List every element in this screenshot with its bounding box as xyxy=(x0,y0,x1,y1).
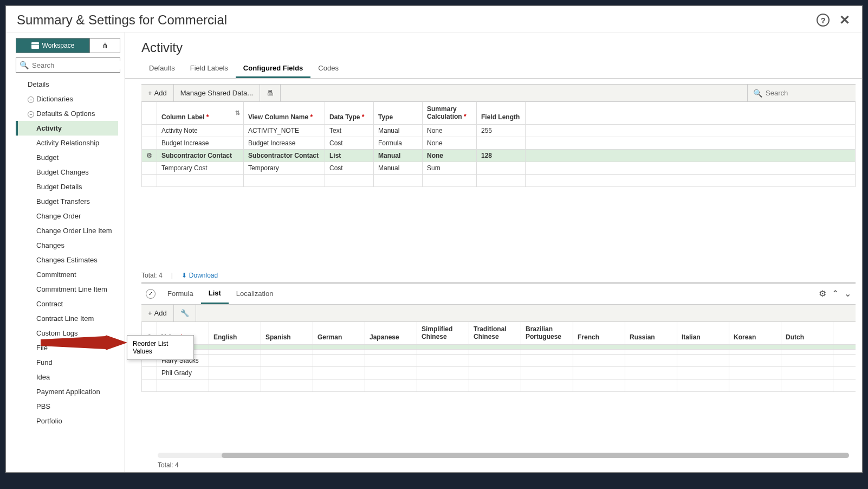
col-type[interactable]: Type xyxy=(374,102,423,124)
configure-button[interactable]: 🔧 xyxy=(174,305,196,321)
col-dutch[interactable]: Dutch xyxy=(781,322,833,344)
sidebar-item[interactable]: −Dictionaries xyxy=(16,92,118,106)
tab-configured_fields[interactable]: Configured Fields xyxy=(236,60,311,78)
horizontal-scrollbar[interactable] xyxy=(158,453,849,458)
upper-toolbar: + Add Manage Shared Data... 🖶 🔍 xyxy=(141,84,856,102)
sidebar-item[interactable]: Commitment Line Item xyxy=(16,282,118,297)
workspace-icon xyxy=(31,42,39,49)
sidebar-item[interactable]: PBS xyxy=(16,399,118,414)
col-korean[interactable]: Korean xyxy=(729,322,781,344)
sidebar-item[interactable]: Change Order Line Item xyxy=(16,223,118,238)
expand-icon[interactable]: − xyxy=(28,111,34,118)
col-german[interactable]: German xyxy=(313,322,365,344)
sidebar-item[interactable]: Payment Application xyxy=(16,384,118,399)
sidebar-item[interactable]: Activity Relationship xyxy=(16,136,118,150)
sidebar-item[interactable]: Budget Changes xyxy=(16,165,118,179)
tab-codes[interactable]: Codes xyxy=(310,60,346,78)
list-row[interactable]: Harry Stacks xyxy=(142,354,856,366)
tab-formula[interactable]: Formula xyxy=(160,284,201,303)
sidebar-item[interactable]: −Defaults & Options xyxy=(16,106,118,121)
sidebar-item[interactable]: Changes Estimates xyxy=(16,253,118,267)
sidebar-item[interactable]: Idea xyxy=(16,370,118,384)
col-simp-chinese[interactable]: Simplified Chinese xyxy=(417,322,469,344)
lower-panel: ✓ Formula List Localization ⚙ ⌃ ⌄ + Add xyxy=(141,282,856,472)
col-english[interactable]: English xyxy=(209,322,261,344)
workspace-toggle[interactable]: Workspace xyxy=(16,38,90,53)
sidebar-item[interactable]: Budget Transfers xyxy=(16,194,118,209)
table-row-empty[interactable] xyxy=(142,174,856,186)
collapse-down-icon[interactable]: ⌄ xyxy=(844,288,851,299)
col-spanish[interactable]: Spanish xyxy=(261,322,313,344)
plus-icon: + xyxy=(148,89,152,97)
tab-defaults[interactable]: Defaults xyxy=(141,60,183,78)
manage-shared-data-button[interactable]: Manage Shared Data... xyxy=(174,85,260,101)
col-russian[interactable]: Russian xyxy=(625,322,677,344)
sidebar-item[interactable]: Activity xyxy=(16,121,118,136)
reorder-list-values-item[interactable]: Reorder List Values xyxy=(127,336,193,359)
col-summary-calc[interactable]: Summary Calculation * xyxy=(423,102,477,124)
toolbar-search: 🔍 xyxy=(747,85,856,101)
sidebar-item[interactable]: Contract xyxy=(16,297,118,311)
sidebar-item-label: Budget Changes xyxy=(36,168,89,176)
sidebar-search: 🔍 xyxy=(16,57,120,73)
sidebar-item[interactable]: Contract Line Item xyxy=(16,311,118,326)
close-icon[interactable]: ✕ xyxy=(838,14,851,27)
tab-list[interactable]: List xyxy=(201,284,229,304)
expand-icon[interactable]: − xyxy=(28,96,34,103)
sidebar-item[interactable]: Custom Logs xyxy=(16,326,118,340)
list-row[interactable]: Phil Grady xyxy=(142,366,856,379)
table-row[interactable]: ⚙Subcontractor ContactSubcontractor Cont… xyxy=(142,149,856,162)
sidebar-item[interactable]: Fund xyxy=(16,355,118,370)
upper-tabs: DefaultsField LabelsConfigured FieldsCod… xyxy=(125,60,862,79)
sidebar-item-label: File xyxy=(36,344,48,352)
upper-search-input[interactable] xyxy=(762,85,860,101)
sidebar-search-input[interactable] xyxy=(29,61,123,69)
tab-field_labels[interactable]: Field Labels xyxy=(183,60,236,78)
sidebar-item[interactable]: Budget Details xyxy=(16,179,118,194)
add-value-button[interactable]: + Add xyxy=(141,305,174,321)
sidebar-tree: Details−Dictionaries−Defaults & OptionsA… xyxy=(16,77,120,467)
wrench-icon: 🔧 xyxy=(180,309,189,317)
settings-modal: Summary & Settings for Commercial ? ✕ Wo… xyxy=(5,5,863,473)
row-context-menu: Reorder List Values xyxy=(127,335,194,360)
org-toggle[interactable]: ⋔ xyxy=(90,38,120,53)
hierarchy-icon: ⋔ xyxy=(102,41,108,50)
col-view-column-name[interactable]: View Column Name * xyxy=(244,102,325,124)
col-braz-port[interactable]: Brazilian Portuguese xyxy=(521,322,573,344)
list-row-empty[interactable] xyxy=(142,379,856,391)
collapse-up-icon[interactable]: ⌃ xyxy=(832,288,839,299)
sidebar-item-label: Commitment Line Item xyxy=(36,285,107,293)
sidebar-item-label: Dictionaries xyxy=(36,95,73,103)
sidebar-item-label: Payment Application xyxy=(36,388,100,396)
sidebar-item[interactable]: Change Order xyxy=(16,209,118,223)
col-column-label[interactable]: Column Label *⇅ xyxy=(157,102,244,124)
col-italian[interactable]: Italian xyxy=(677,322,729,344)
sidebar-item[interactable]: Details xyxy=(16,77,118,92)
download-link[interactable]: ⬇ Download xyxy=(182,272,218,279)
add-button[interactable]: + Add xyxy=(141,85,174,101)
gear-icon[interactable]: ⚙ xyxy=(819,288,826,299)
col-japanese[interactable]: Japanese xyxy=(365,322,417,344)
print-button[interactable]: 🖶 xyxy=(260,85,281,101)
tab-localization[interactable]: Localization xyxy=(229,284,281,303)
sidebar-item[interactable]: Portfolio xyxy=(16,414,118,428)
sidebar-item[interactable]: Commitment xyxy=(16,267,118,282)
sidebar-item[interactable]: File xyxy=(16,340,118,355)
upper-table-wrap: Column Label *⇅ View Column Name * Data … xyxy=(141,102,856,187)
approve-toggle-icon[interactable]: ✓ xyxy=(146,289,156,299)
table-row[interactable]: Temporary CostTemporaryCostManualSum xyxy=(142,162,856,174)
col-trad-chinese[interactable]: Traditional Chinese xyxy=(469,322,521,344)
list-row[interactable] xyxy=(142,349,856,354)
col-data-type[interactable]: Data Type * xyxy=(325,102,374,124)
sidebar-item[interactable]: Changes xyxy=(16,238,118,253)
sidebar-item[interactable]: Budget xyxy=(16,150,118,165)
sidebar-item-label: Changes Estimates xyxy=(36,256,98,264)
table-row[interactable]: Activity NoteACTIVITY_NOTETextManualNone… xyxy=(142,124,856,137)
row-gear-icon[interactable]: ⚙ xyxy=(142,149,157,162)
list-row[interactable] xyxy=(142,344,856,349)
table-row[interactable]: Budget IncreaseBudget IncreaseCostFormul… xyxy=(142,137,856,149)
help-icon[interactable]: ? xyxy=(817,14,830,27)
col-field-length[interactable]: Field Length xyxy=(477,102,526,124)
col-french[interactable]: French xyxy=(573,322,625,344)
value-cell[interactable]: Phil Grady xyxy=(157,366,209,379)
